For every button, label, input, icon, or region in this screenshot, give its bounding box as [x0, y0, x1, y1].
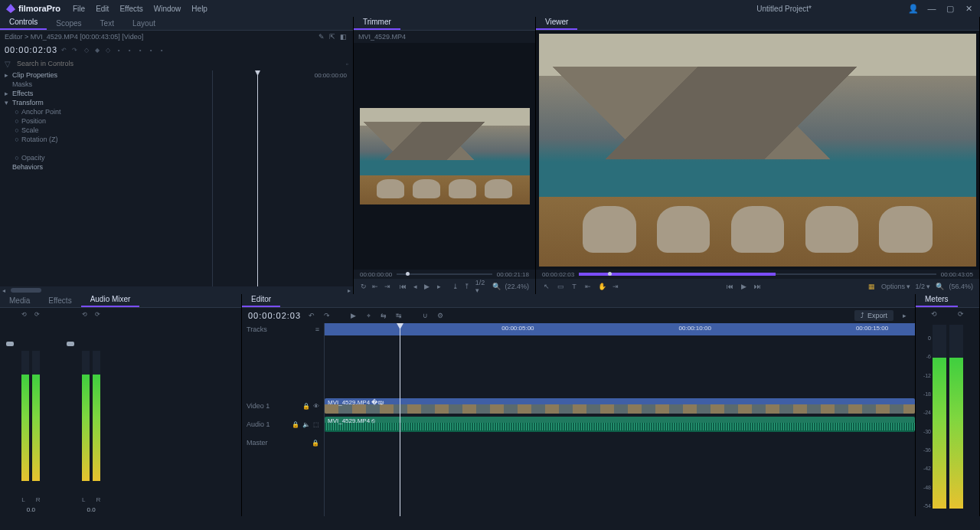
ed-magnet-icon[interactable]: ∪: [420, 312, 430, 319]
tab-controls[interactable]: Controls: [0, 15, 47, 30]
viewer-arrow-icon[interactable]: ↖: [542, 283, 551, 290]
meters-r-icon[interactable]: ⟳: [958, 310, 964, 318]
kf-next-icon[interactable]: ◇: [105, 47, 111, 54]
viewer-text-icon[interactable]: T: [570, 283, 579, 290]
fader-1[interactable]: [6, 342, 14, 346]
viewer-hand-icon[interactable]: ✋: [597, 283, 606, 290]
kf-misc3-icon[interactable]: •: [137, 47, 143, 54]
editor-timecode[interactable]: 00:00:02:03: [248, 311, 301, 320]
controls-search-input[interactable]: [15, 59, 342, 68]
ed-ripple-icon[interactable]: ⇆: [379, 312, 388, 319]
trimmer-scrubber[interactable]: 00:00:00:00 00:00:21:18: [354, 270, 535, 279]
track-video1[interactable]: MVI_4529.MP4 �യ: [325, 397, 915, 415]
out-point-icon[interactable]: ⇥: [384, 283, 390, 290]
export-button[interactable]: ⤴ Export: [854, 310, 893, 321]
ed-redo-icon[interactable]: ↷: [322, 312, 332, 319]
menu-file[interactable]: File: [73, 5, 85, 13]
viewer-zoom[interactable]: 1/2 ▾: [915, 283, 930, 290]
ed-slip-icon[interactable]: ↹: [394, 312, 403, 319]
prev-frame-icon[interactable]: ⏮: [400, 283, 407, 290]
track-area[interactable]: 00:00:05:00 00:00:10:00 00:00:15:00 MVI_…: [325, 323, 915, 516]
kf-scale-icon[interactable]: ○: [12, 126, 21, 134]
pan-right-icon[interactable]: ⟳: [34, 311, 40, 322]
filter-icon[interactable]: ▽: [5, 60, 11, 68]
trimmer-zoom[interactable]: 1/2 ▾: [475, 279, 488, 294]
viewer-search-icon[interactable]: 🔍: [935, 283, 944, 290]
viewer-scrubber[interactable]: 00:00:02:03 00:00:43:05: [536, 270, 979, 279]
viewer-in-icon[interactable]: ⇤: [583, 283, 593, 290]
pan-left-icon[interactable]: ⟲: [21, 311, 27, 322]
tab-meters[interactable]: Meters: [916, 293, 958, 307]
undo-icon[interactable]: ↶: [60, 47, 67, 54]
menu-window[interactable]: Window: [154, 5, 181, 13]
step-back-icon[interactable]: ◂: [412, 283, 419, 290]
export-chevron-icon[interactable]: ▸: [900, 312, 909, 319]
kf-playhead[interactable]: [257, 70, 258, 286]
tab-effects-panel[interactable]: Effects: [39, 294, 80, 307]
kf-position-icon[interactable]: ○: [12, 117, 21, 125]
tab-layout[interactable]: Layout: [123, 17, 165, 30]
in-point-icon[interactable]: ⇤: [371, 283, 378, 290]
kf-rotation-icon[interactable]: ○: [12, 136, 21, 143]
panel-toggle-icon[interactable]: ◧: [338, 31, 348, 42]
lock-icon[interactable]: 🔒: [302, 403, 310, 410]
track-audio1[interactable]: MVI_4529.MP4 ⎋: [325, 415, 915, 433]
ed-snap-icon[interactable]: ⌖: [364, 312, 373, 320]
user-icon[interactable]: 👤: [908, 4, 919, 14]
meters-l-icon[interactable]: ⟲: [931, 310, 937, 318]
trimmer-search-icon[interactable]: 🔍: [492, 283, 501, 290]
track-master[interactable]: [325, 433, 915, 446]
kf-opacity-icon[interactable]: ○: [12, 154, 21, 162]
trimmer-preview[interactable]: [354, 43, 535, 270]
viewer-crop-icon[interactable]: ▭: [556, 283, 565, 290]
m-lock-icon[interactable]: 🔒: [312, 440, 319, 447]
tracks-menu-icon[interactable]: ≡: [315, 326, 319, 333]
kf-add-icon[interactable]: ◆: [94, 47, 100, 54]
menu-effects[interactable]: Effects: [119, 5, 142, 13]
mute-icon[interactable]: 🔈: [302, 421, 310, 428]
tab-text[interactable]: Text: [91, 17, 123, 30]
viewer-play-icon[interactable]: ▶: [739, 283, 748, 290]
scroll-right-icon[interactable]: ▸: [345, 286, 353, 294]
track-audio1-label[interactable]: Audio 1🔒🔈⬚: [242, 415, 324, 433]
edit-icon[interactable]: ✎: [316, 31, 327, 42]
menu-help[interactable]: Help: [191, 5, 207, 13]
pan2-left-icon[interactable]: ⟲: [82, 311, 87, 322]
viewer-next-icon[interactable]: ⏭: [753, 283, 762, 290]
play-icon[interactable]: ▶: [423, 283, 430, 290]
trimmer-scrub-marker[interactable]: [406, 272, 410, 276]
eye-icon[interactable]: 👁: [313, 403, 319, 410]
tab-viewer[interactable]: Viewer: [536, 15, 577, 30]
kf-anchor-icon[interactable]: ○: [12, 108, 21, 116]
scroll-left-icon[interactable]: ◂: [0, 286, 8, 294]
kf-misc4-icon[interactable]: •: [148, 47, 154, 54]
kf-misc1-icon[interactable]: •: [116, 47, 122, 54]
solo-icon[interactable]: ⬚: [313, 421, 319, 428]
viewer-prev-icon[interactable]: ⏮: [725, 283, 734, 290]
viewer-out-icon[interactable]: ⇥: [611, 283, 620, 290]
track-master-label[interactable]: Master🔒: [242, 433, 324, 452]
redo-icon[interactable]: ↷: [71, 47, 77, 54]
viewer-options[interactable]: Options ▾: [881, 283, 911, 290]
timeline-ruler[interactable]: 00:00:05:00 00:00:10:00 00:00:15:00: [325, 323, 915, 335]
overwrite-icon[interactable]: ⤒: [463, 283, 470, 290]
kf-misc5-icon[interactable]: •: [158, 47, 165, 54]
tab-editor[interactable]: Editor: [242, 293, 280, 307]
insert-icon[interactable]: ⤓: [452, 283, 459, 290]
viewer-grid-icon[interactable]: ▦: [867, 283, 877, 290]
clip-audio1[interactable]: MVI_4529.MP4 ⎋: [325, 417, 915, 432]
kf-misc2-icon[interactable]: •: [126, 47, 132, 54]
track-video1-label[interactable]: Video 1🔒👁: [242, 397, 324, 415]
viewer-preview[interactable]: [536, 31, 979, 270]
controls-timecode[interactable]: 00:00:02:03: [5, 45, 57, 54]
maximize-icon[interactable]: ▢: [945, 4, 956, 14]
fader-2[interactable]: [67, 342, 74, 346]
step-fwd-icon[interactable]: ▸: [436, 283, 443, 290]
a-lock-icon[interactable]: 🔒: [292, 421, 299, 428]
menu-edit[interactable]: Edit: [96, 5, 109, 13]
ed-gear-icon[interactable]: ⚙: [436, 312, 445, 319]
pan2-right-icon[interactable]: ⟳: [95, 311, 100, 322]
scroll-thumb[interactable]: [11, 288, 41, 293]
ed-undo-icon[interactable]: ↶: [307, 312, 316, 319]
pin-icon[interactable]: ⇱: [327, 31, 338, 42]
